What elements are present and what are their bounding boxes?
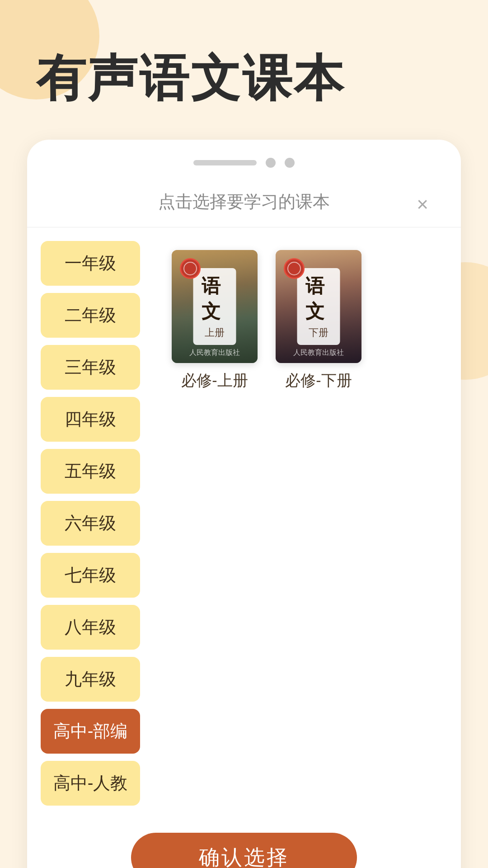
book-name-1: 必修-上册	[181, 370, 248, 391]
confirm-button[interactable]: 确认选择	[131, 833, 357, 868]
top-bar-pill	[193, 160, 257, 165]
grade-item-5[interactable]: 五年级	[41, 449, 140, 494]
selection-modal: 点击选择要学习的课本 × 一年级 二年级 三年级 四年级 五年级 六年级	[27, 140, 461, 868]
top-bar-dot-1	[266, 158, 276, 168]
book-badge-1: 语文 上册	[193, 268, 236, 345]
book-main-label-1: 语文	[202, 274, 228, 324]
book-item-2[interactable]: 语文 下册 人民教育出版社 必修-下册	[276, 250, 361, 391]
top-bar-dot-2	[285, 158, 295, 168]
book-list: 语文 上册 人民教育出版社 必修-上册 语文	[154, 227, 461, 819]
book-publisher-1: 人民教育出版社	[172, 348, 258, 358]
grade-item-9[interactable]: 九年级	[41, 657, 140, 702]
book-grid: 语文 上册 人民教育出版社 必修-上册 语文	[167, 241, 447, 400]
grade-list: 一年级 二年级 三年级 四年级 五年级 六年级 七年级 八年级	[27, 227, 154, 819]
close-button[interactable]: ×	[411, 193, 434, 216]
book-seal-1	[180, 258, 201, 279]
modal-header: 点击选择要学习的课本 ×	[27, 181, 461, 227]
grade-item-high-bu[interactable]: 高中-部编	[41, 709, 140, 754]
book-badge-2: 语文 下册	[297, 268, 340, 345]
modal-top-bar	[27, 158, 461, 181]
grade-item-7[interactable]: 七年级	[41, 553, 140, 598]
grade-item-8[interactable]: 八年级	[41, 605, 140, 650]
close-icon: ×	[417, 194, 428, 214]
book-publisher-2: 人民教育出版社	[276, 348, 361, 358]
book-name-2: 必修-下册	[285, 370, 352, 391]
book-seal-inner-2	[287, 262, 301, 275]
grade-item-4[interactable]: 四年级	[41, 397, 140, 442]
grade-item-2[interactable]: 二年级	[41, 293, 140, 338]
grade-item-6[interactable]: 六年级	[41, 501, 140, 546]
confirm-btn-area: 确认选择	[27, 819, 461, 868]
modal-instruction: 点击选择要学习的课本	[158, 190, 330, 213]
book-item-1[interactable]: 语文 上册 人民教育出版社 必修-上册	[172, 250, 258, 391]
grade-item-1[interactable]: 一年级	[41, 241, 140, 286]
book-cover-1: 语文 上册 人民教育出版社	[172, 250, 258, 363]
modal-body: 一年级 二年级 三年级 四年级 五年级 六年级 七年级 八年级	[27, 227, 461, 819]
book-sub-label-1: 上册	[205, 326, 225, 340]
book-main-label-2: 语文	[305, 274, 332, 324]
app-title: 有声语文课本	[36, 45, 452, 113]
book-seal-2	[284, 258, 305, 279]
title-area: 有声语文课本	[0, 0, 488, 140]
book-sub-label-2: 下册	[309, 326, 328, 340]
book-seal-inner-1	[183, 262, 197, 275]
grade-item-3[interactable]: 三年级	[41, 345, 140, 390]
book-cover-2: 语文 下册 人民教育出版社	[276, 250, 361, 363]
grade-item-high-ren[interactable]: 高中-人教	[41, 761, 140, 806]
